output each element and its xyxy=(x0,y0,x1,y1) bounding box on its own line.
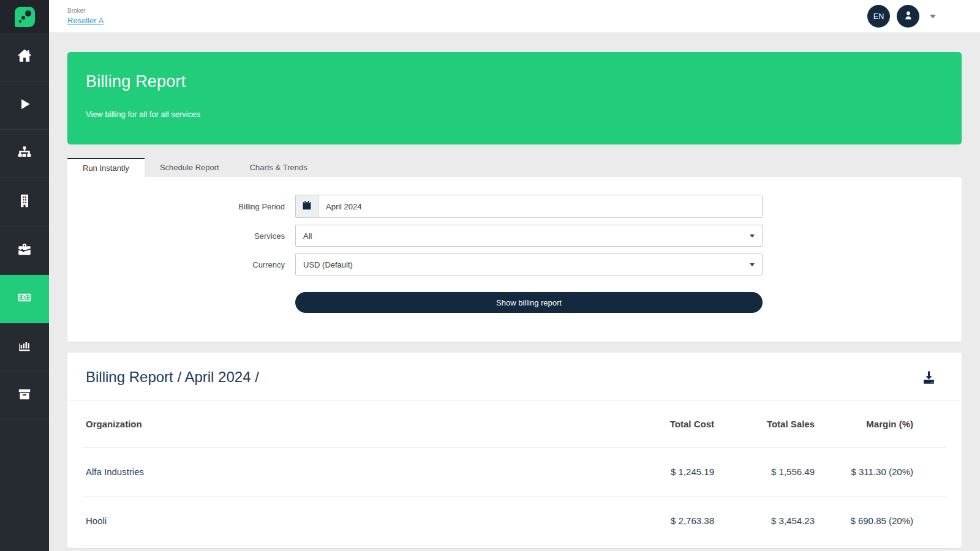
col-organization: Organization xyxy=(86,419,610,429)
sidebar-item-home[interactable] xyxy=(0,33,49,81)
sitemap-icon xyxy=(17,144,32,163)
cell-organization: Hooli xyxy=(86,515,610,526)
show-billing-report-button[interactable]: Show billing report xyxy=(295,292,763,313)
currency-select[interactable]: USD (Default) xyxy=(295,253,763,276)
cell-margin: $ 311.30 (20%) xyxy=(815,467,913,477)
user-menu-chevron-down-icon[interactable] xyxy=(930,15,936,18)
cell-total-sales: $ 3,454.23 xyxy=(714,515,815,526)
page-title: Billing Report xyxy=(86,72,943,91)
cell-organization: Alfa Industries xyxy=(86,467,610,477)
main-content: Billing Report View billing for all for … xyxy=(49,0,980,551)
col-total-sales: Total Sales xyxy=(714,419,815,429)
sidebar-item-reports[interactable] xyxy=(0,323,49,372)
archive-box-icon xyxy=(17,386,32,405)
tab-schedule-report[interactable]: Schedule Report xyxy=(145,158,235,177)
breadcrumb-reseller-link[interactable]: Reseller A xyxy=(67,16,104,25)
billing-period-input[interactable] xyxy=(318,195,762,217)
play-icon xyxy=(17,96,32,114)
sidebar-item-run[interactable] xyxy=(0,81,49,130)
currency-selected-value: USD (Default) xyxy=(303,260,353,269)
services-selected-value: All xyxy=(303,231,312,241)
page-banner: Billing Report View billing for all for … xyxy=(67,52,962,144)
briefcase-icon xyxy=(17,241,32,260)
sidebar-item-services[interactable] xyxy=(0,227,49,275)
cell-total-sales: $ 1,556.49 xyxy=(714,467,815,477)
sidebar-item-organizations[interactable] xyxy=(0,178,49,227)
download-report-button[interactable] xyxy=(921,369,937,386)
sidebar-item-billing[interactable]: $ xyxy=(0,275,49,323)
cell-total-cost: $ 2,763.38 xyxy=(610,515,714,526)
calendar-icon xyxy=(301,200,312,213)
sidebar-item-archive[interactable] xyxy=(0,372,49,420)
chevron-down-icon xyxy=(750,234,755,238)
report-tabs: Run Instantly Schedule Report Charts & T… xyxy=(67,158,962,177)
calendar-button[interactable] xyxy=(296,195,318,217)
page-subtitle: View billing for all for all services xyxy=(86,110,943,119)
col-total-cost: Total Cost xyxy=(610,419,714,429)
currency-row: Currency USD (Default) xyxy=(67,253,962,276)
cell-margin: $ 690.85 (20%) xyxy=(815,515,913,526)
cell-total-cost: $ 1,245.19 xyxy=(610,467,714,477)
banknote-icon: $ xyxy=(17,290,32,308)
breadcrumb-label: Broker xyxy=(67,7,104,14)
currency-label: Currency xyxy=(67,260,295,269)
billing-period-row: Billing Period xyxy=(67,195,962,218)
header-actions: EN xyxy=(867,5,936,28)
table-row[interactable]: Hooli $ 2,763.38 $ 3,454.23 $ 690.85 (20… xyxy=(83,497,946,545)
billing-report-card: Billing Report / April 2024 / Organizati… xyxy=(67,353,962,548)
user-avatar[interactable] xyxy=(897,5,919,28)
billing-period-label: Billing Period xyxy=(67,202,295,211)
table-row[interactable]: Alfa Industries $ 1,245.19 $ 1,556.49 $ … xyxy=(83,448,946,497)
language-button[interactable]: EN xyxy=(867,5,890,28)
top-header: Broker Reseller A EN xyxy=(49,0,980,33)
billing-period-input-group xyxy=(295,195,763,218)
billing-table: Organization Total Cost Total Sales Marg… xyxy=(83,400,946,545)
bar-chart-icon xyxy=(17,338,32,356)
home-icon xyxy=(17,48,32,66)
logo-block xyxy=(0,0,49,33)
building-icon xyxy=(17,193,32,211)
col-margin: Margin (%) xyxy=(815,419,913,429)
report-header: Billing Report / April 2024 / xyxy=(67,353,962,400)
services-label: Services xyxy=(67,231,295,241)
report-title: Billing Report / April 2024 / xyxy=(86,369,259,386)
download-icon xyxy=(921,378,937,388)
sidebar-item-hierarchy[interactable] xyxy=(0,130,49,178)
sidebar: $ xyxy=(0,0,49,551)
chevron-down-icon xyxy=(750,263,755,266)
app-logo-icon[interactable] xyxy=(15,7,35,27)
services-row: Services All xyxy=(67,225,962,247)
billing-form-card: Billing Period Services All xyxy=(67,177,962,342)
breadcrumb: Broker Reseller A xyxy=(67,7,104,26)
tab-run-instantly[interactable]: Run Instantly xyxy=(67,158,145,177)
tab-charts-trends[interactable]: Charts & Trends xyxy=(235,158,323,177)
services-select[interactable]: All xyxy=(295,225,763,247)
table-header-row: Organization Total Cost Total Sales Marg… xyxy=(83,400,946,448)
user-icon xyxy=(902,9,914,24)
submit-row: Show billing report xyxy=(67,282,962,313)
